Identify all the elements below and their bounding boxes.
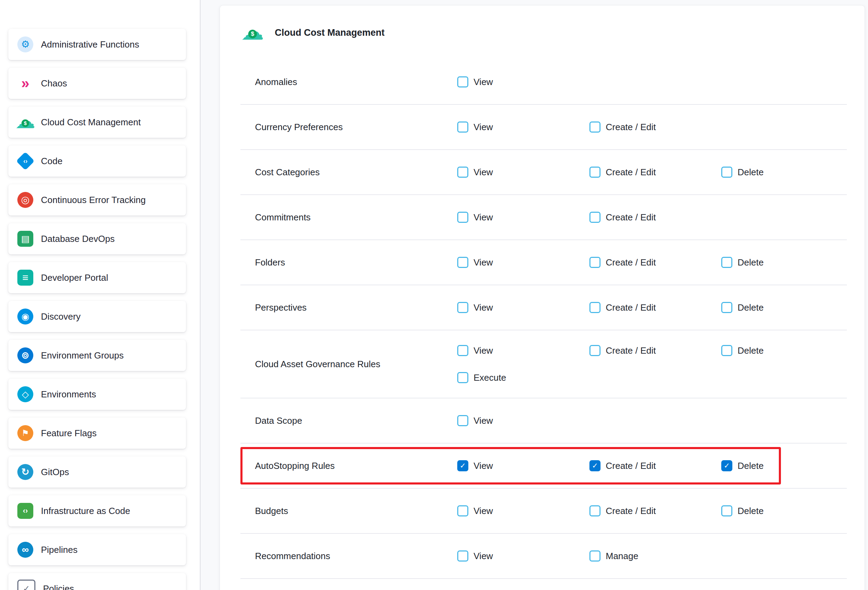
permission-label: View	[474, 77, 493, 87]
sidebar-item-label: Pipelines	[41, 544, 78, 555]
unchecked-checkbox[interactable]	[589, 257, 601, 268]
permission-view[interactable]: View	[457, 257, 493, 268]
resource-label: AutoStopping Rules	[255, 461, 457, 471]
sidebar-item-discovery[interactable]: ◉Discovery	[8, 301, 186, 332]
flag-icon: ⚑	[17, 425, 33, 441]
sidebar-item-developer-portal[interactable]: ≡Developer Portal	[8, 262, 186, 293]
sidebar-item-pipelines[interactable]: ∞Pipelines	[8, 534, 186, 565]
sidebar-item-label: Policies	[43, 583, 74, 590]
sidebar-item-code[interactable]: ‹›Code	[8, 145, 186, 177]
permission-create-edit[interactable]: Create / Edit	[589, 121, 656, 133]
sidebar-item-chaos[interactable]: »Chaos	[8, 68, 186, 99]
permission-create-edit[interactable]: Create / Edit	[589, 167, 656, 178]
permission-create-edit[interactable]: Create / Edit	[589, 257, 656, 268]
unchecked-checkbox[interactable]	[457, 121, 468, 133]
permission-label: Execute	[474, 373, 506, 383]
permission-create-edit[interactable]: Create / Edit	[589, 302, 656, 313]
permission-delete[interactable]: Delete	[721, 302, 763, 313]
sidebar-item-administrative-functions[interactable]: ⚙Administrative Functions	[8, 29, 186, 60]
icon-glyph: ∞	[22, 545, 29, 555]
unchecked-checkbox[interactable]	[721, 505, 732, 516]
permission-delete[interactable]: Delete	[721, 505, 763, 516]
sidebar-item-label: Infrastructure as Code	[41, 506, 130, 516]
permission-label: Create / Edit	[606, 257, 656, 268]
unchecked-checkbox[interactable]	[457, 415, 468, 426]
unchecked-checkbox[interactable]	[589, 302, 601, 313]
permission-view[interactable]: View	[457, 167, 493, 178]
permission-create-edit[interactable]: Create / Edit	[589, 212, 656, 223]
permission-label: Delete	[738, 302, 763, 313]
permission-execute[interactable]: Execute	[457, 372, 506, 383]
icon-glyph: ⊚	[21, 350, 29, 360]
unchecked-checkbox[interactable]	[457, 550, 468, 562]
sidebar-item-continuous-error-tracking[interactable]: ◎Continuous Error Tracking	[8, 184, 186, 216]
permission-view[interactable]: View	[457, 505, 493, 516]
chaos-icon: »	[17, 75, 33, 91]
module-sidebar: ⚙Administrative Functions»Chaos☁$Cloud C…	[0, 0, 201, 590]
sidebar-item-environment-groups[interactable]: ⊚Environment Groups	[8, 340, 186, 371]
unchecked-checkbox[interactable]	[721, 257, 732, 268]
permission-label: Delete	[738, 506, 763, 516]
permission-label: Delete	[738, 257, 763, 268]
permission-delete[interactable]: Delete	[721, 167, 763, 178]
unchecked-checkbox[interactable]	[721, 167, 732, 178]
unchecked-checkbox[interactable]	[589, 121, 601, 133]
permission-delete[interactable]: Delete	[721, 257, 763, 268]
checked-checkbox[interactable]: ✓	[721, 460, 732, 471]
sidebar-item-cloud-cost-management[interactable]: ☁$Cloud Cost Management	[8, 106, 186, 138]
checked-checkbox[interactable]: ✓	[457, 460, 468, 471]
permission-view[interactable]: ✓View	[457, 460, 493, 471]
permission-label: Create / Edit	[606, 506, 656, 516]
sidebar-item-label: Environment Groups	[41, 350, 124, 361]
unchecked-checkbox[interactable]	[457, 505, 468, 516]
permission-manage[interactable]: Manage	[589, 550, 638, 562]
unchecked-checkbox[interactable]	[721, 345, 732, 356]
permission-label: Create / Edit	[606, 345, 656, 356]
permission-create-edit[interactable]: ✓Create / Edit	[589, 460, 656, 471]
sidebar-item-gitops[interactable]: ↻GitOps	[8, 456, 186, 488]
permission-view[interactable]: View	[457, 345, 493, 356]
unchecked-checkbox[interactable]	[457, 212, 468, 223]
permission-label: View	[474, 167, 493, 178]
unchecked-checkbox[interactable]	[457, 76, 468, 87]
unchecked-checkbox[interactable]	[457, 372, 468, 383]
resource-label: Folders	[255, 257, 457, 268]
permission-view[interactable]: View	[457, 302, 493, 313]
unchecked-checkbox[interactable]	[589, 345, 601, 356]
permission-create-edit[interactable]: Create / Edit	[589, 505, 656, 516]
unchecked-checkbox[interactable]	[457, 167, 468, 178]
main-area: ☁ $ Cloud Cost Management AnomaliesViewC…	[201, 0, 868, 590]
database-icon: ▤	[17, 231, 33, 247]
checked-checkbox[interactable]: ✓	[589, 460, 601, 471]
permission-delete[interactable]: Delete	[721, 345, 763, 356]
permission-view[interactable]: View	[457, 415, 493, 426]
unchecked-checkbox[interactable]	[457, 302, 468, 313]
sidebar-item-policies[interactable]: ✓Policies	[8, 573, 186, 590]
resource-label: Cloud Asset Governance Rules	[255, 359, 457, 370]
sidebar-item-database-devops[interactable]: ▤Database DevOps	[8, 223, 186, 254]
unchecked-checkbox[interactable]	[589, 505, 601, 516]
permission-label: Delete	[738, 345, 763, 356]
gitops-icon: ↻	[17, 464, 33, 480]
unchecked-checkbox[interactable]	[457, 257, 468, 268]
policies-icon: ✓	[17, 580, 35, 590]
unchecked-checkbox[interactable]	[721, 302, 732, 313]
permission-delete[interactable]: ✓Delete	[721, 460, 763, 471]
sidebar-item-environments[interactable]: ◇Environments	[8, 379, 186, 410]
unchecked-checkbox[interactable]	[589, 167, 601, 178]
permission-view[interactable]: View	[457, 212, 493, 223]
permission-create-edit[interactable]: Create / Edit	[589, 345, 656, 356]
unchecked-checkbox[interactable]	[457, 345, 468, 356]
permission-view[interactable]: View	[457, 121, 493, 133]
permission-label: Delete	[738, 461, 763, 471]
permission-view[interactable]: View	[457, 76, 493, 87]
unchecked-checkbox[interactable]	[589, 212, 601, 223]
error-tracking-icon: ◎	[17, 192, 33, 208]
unchecked-checkbox[interactable]	[589, 550, 601, 562]
permission-view[interactable]: View	[457, 550, 493, 562]
sidebar-item-feature-flags[interactable]: ⚑Feature Flags	[8, 417, 186, 449]
permission-label: View	[474, 212, 493, 223]
environments-icon: ◇	[17, 386, 33, 402]
icon-glyph: ⚙	[21, 40, 30, 49]
sidebar-item-infrastructure-as-code[interactable]: ‹›Infrastructure as Code	[8, 495, 186, 526]
